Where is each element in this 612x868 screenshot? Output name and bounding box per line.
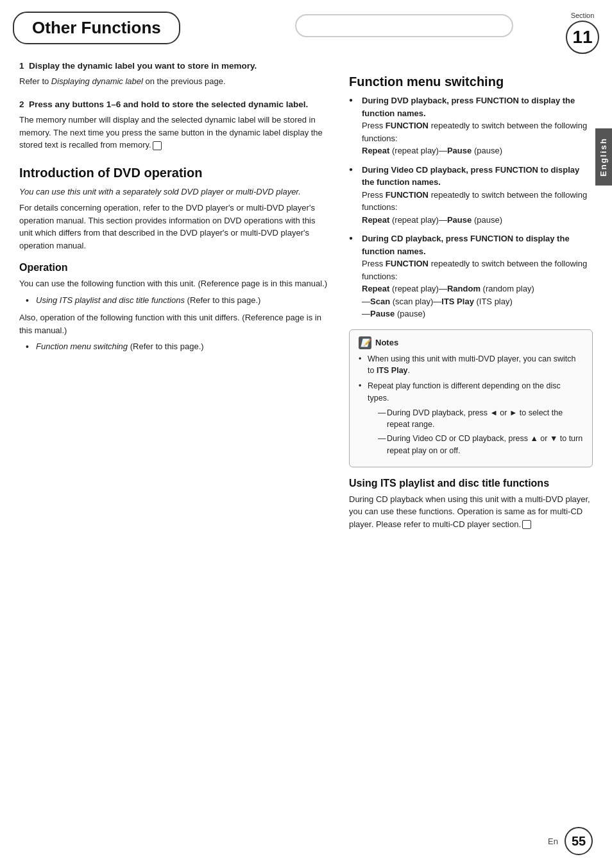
its-section-body: During CD playback when using this unit …: [349, 493, 593, 531]
operation-body2: Also, operation of the following functio…: [19, 311, 330, 336]
function-menu-item-3-functions: Repeat (repeat play)—Random (random play…: [362, 284, 534, 318]
section-label: Section: [571, 12, 595, 19]
step-2-block: 2 Press any buttons 1–6 and hold to stor…: [19, 99, 330, 151]
left-column: 1 Display the dynamic label you want to …: [19, 60, 330, 534]
step-1-heading: 1 Display the dynamic label you want to …: [19, 60, 330, 73]
function-menu-list: During DVD playback, press FUNCTION to d…: [349, 94, 593, 320]
notes-list: When using this unit with multi-DVD play…: [359, 353, 583, 457]
title-box: Other Functions: [13, 12, 180, 44]
notes-box: 📝 Notes When using this unit with multi-…: [349, 329, 593, 467]
footer-en-label: En: [548, 837, 558, 846]
function-menu-item-2-heading: During Video CD playback, press FUNCTION…: [362, 165, 579, 187]
sub-notes-list: During DVD playback, press ◄ or ► to sel…: [368, 407, 583, 457]
page-title: Other Functions: [32, 18, 161, 38]
sub-note-2: During Video CD or CD playback, press ▲ …: [378, 433, 583, 457]
stop-symbol-1: [153, 141, 162, 150]
function-menu-item-1-functions: Repeat (repeat play)—Pause (pause): [362, 146, 502, 155]
notes-header: 📝 Notes: [359, 336, 583, 349]
operation-bullet-2: Function menu switching (Refer to this p…: [26, 340, 330, 353]
its-section-title: Using ITS playlist and disc title functi…: [349, 478, 593, 489]
note-2: Repeat play function is different depend…: [359, 380, 583, 457]
step-1-heading-text: Display the dynamic label you want to st…: [29, 61, 257, 71]
step-2-heading: 2 Press any buttons 1–6 and hold to stor…: [19, 99, 330, 111]
function-menu-item-1-body: Press FUNCTION repeatedly to switch betw…: [362, 121, 587, 143]
function-menu-item-2-body: Press FUNCTION repeatedly to switch betw…: [362, 190, 587, 213]
right-column: Function menu switching During DVD playb…: [349, 60, 593, 534]
note-1: When using this unit with multi-DVD play…: [359, 353, 583, 378]
sub-note-1: During DVD playback, press ◄ or ► to sel…: [378, 407, 583, 431]
step-1-block: 1 Display the dynamic label you want to …: [19, 60, 330, 87]
intro-dvd-title: Introduction of DVD operation: [19, 166, 330, 180]
operation-bullet-list-1: Using ITS playlist and disc title functi…: [19, 294, 330, 307]
content-area: 1 Display the dynamic label you want to …: [0, 54, 612, 534]
step-1-number: 1: [19, 61, 24, 71]
step-2-heading-text: Press any buttons 1–6 and hold to store …: [29, 100, 308, 109]
operation-bullet-list-2: Function menu switching (Refer to this p…: [19, 340, 330, 353]
section-number: 11: [566, 21, 599, 54]
function-menu-item-3: During CD playback, press FUNCTION to di…: [349, 232, 593, 320]
header: Other Functions Section 11: [0, 0, 612, 54]
function-menu-item-3-body: Press FUNCTION repeatedly to switch betw…: [362, 259, 587, 281]
intro-dvd-italic: You can use this unit with a separately …: [19, 186, 330, 198]
footer: En 55: [0, 814, 612, 868]
notes-icon: 📝: [359, 336, 371, 349]
function-menu-title: Function menu switching: [349, 74, 593, 89]
step-2-number: 2: [19, 100, 24, 109]
function-menu-item-1-heading: During DVD playback, press FUNCTION to d…: [362, 96, 575, 118]
step-2-body: The memory number will display and the s…: [19, 114, 330, 152]
operation-body1: You can use the following function with …: [19, 277, 330, 290]
mid-oval-decoration: [295, 14, 513, 37]
operation-bullet-1: Using ITS playlist and disc title functi…: [26, 294, 330, 307]
step-1-body: Refer to Displaying dynamic label on the…: [19, 75, 330, 88]
language-sidebar: English: [595, 128, 612, 186]
stop-symbol-2: [522, 520, 531, 529]
section-badge: Section 11: [566, 12, 599, 54]
function-menu-item-2-functions: Repeat (repeat play)—Pause (pause): [362, 215, 502, 225]
notes-title: Notes: [375, 338, 398, 347]
function-menu-item-3-heading: During CD playback, press FUNCTION to di…: [362, 234, 570, 256]
function-menu-item-1: During DVD playback, press FUNCTION to d…: [349, 94, 593, 157]
intro-dvd-body: For details concerning operation, refer …: [19, 202, 330, 252]
footer-page-number: 55: [565, 827, 593, 855]
function-menu-item-2: During Video CD playback, press FUNCTION…: [349, 164, 593, 227]
operation-title: Operation: [19, 262, 330, 273]
